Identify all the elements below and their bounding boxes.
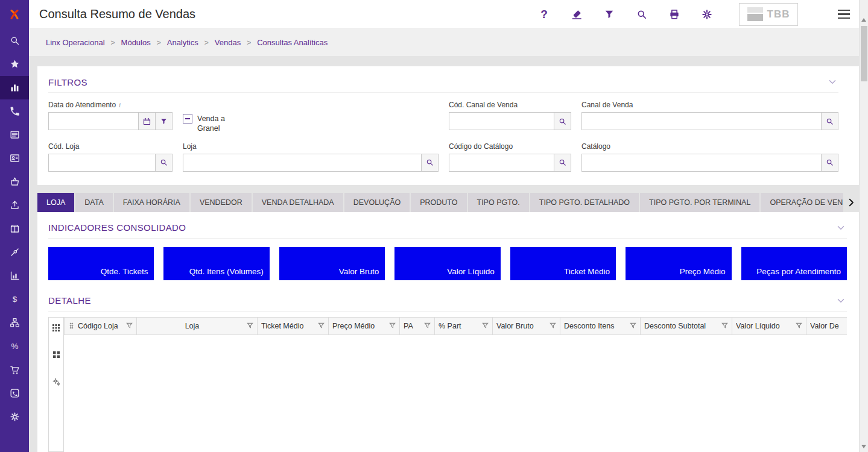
col-loja[interactable]: Loja <box>137 317 258 334</box>
vertical-scrollbar[interactable] <box>859 0 868 452</box>
kpi-pecas-atendimento[interactable]: Peças por Atendimento <box>741 247 847 280</box>
loja-input[interactable] <box>183 154 422 172</box>
kpi-qtd-itens[interactable]: Qtd. Itens (Volumes) <box>163 247 269 280</box>
sidebar-item-finance[interactable]: $ <box>0 287 29 311</box>
cod-canal-input[interactable] <box>449 112 554 130</box>
cod-canal-search-button[interactable] <box>554 112 571 130</box>
calendar-button[interactable] <box>139 112 156 130</box>
eraser-icon[interactable] <box>570 8 583 21</box>
filter-grid: Data do Atendimento i <box>48 101 838 172</box>
tab-tipo-pgto-detalhado[interactable]: TIPO PGTO. DETALHADO <box>530 193 639 212</box>
filter-funnel-icon[interactable] <box>482 322 489 329</box>
catalogo-input[interactable] <box>581 154 822 172</box>
sidebar-item-percent[interactable]: % <box>0 334 29 358</box>
filter-icon[interactable] <box>603 8 616 21</box>
scroll-up-icon[interactable] <box>861 18 866 22</box>
sidebar-item-phone[interactable] <box>0 99 29 123</box>
sidebar-item-reports[interactable] <box>0 123 29 146</box>
kpi-valor-bruto[interactable]: Valor Bruto <box>279 247 385 280</box>
filter-funnel-icon[interactable] <box>389 322 396 329</box>
filter-funnel-icon[interactable] <box>318 322 325 329</box>
loja-search-button[interactable] <box>422 154 439 172</box>
collapse-indicators-chevron-icon[interactable] <box>835 222 847 234</box>
collapse-filters-chevron-icon[interactable] <box>826 76 838 88</box>
sidebar-item-tools[interactable] <box>0 240 29 264</box>
tab-tipo-pgto-terminal[interactable]: TIPO PGTO. POR TERMINAL <box>640 193 759 212</box>
breadcrumb-item[interactable]: Módulos <box>121 38 151 47</box>
sidebar-item-basket[interactable] <box>0 170 29 193</box>
sidebar-item-charts[interactable] <box>0 264 29 287</box>
breadcrumb-item[interactable]: Linx Operacional <box>46 38 105 47</box>
col-codigo-loja[interactable]: Código Loja <box>65 317 137 334</box>
filter-funnel-icon[interactable] <box>796 322 802 329</box>
breadcrumb-item[interactable]: Vendas <box>215 38 241 47</box>
filter-funnel-icon[interactable] <box>424 322 431 329</box>
grid-view-icon[interactable] <box>51 322 62 333</box>
col-desconto-subtotal[interactable]: Desconto Subtotal <box>641 317 732 334</box>
kpi-preco-medio[interactable]: Preço Médio <box>626 247 731 280</box>
tab-operacao-venda[interactable]: OPERAÇÃO DE VENDA <box>761 193 843 212</box>
sidebar-item-settings[interactable] <box>0 405 29 428</box>
cod-loja-search-button[interactable] <box>156 154 173 172</box>
cod-catalogo-input[interactable] <box>449 154 554 172</box>
col-valor-liquido[interactable]: Valor Líquido <box>732 317 806 334</box>
scrollbar-thumb[interactable] <box>861 26 867 81</box>
collapse-detail-chevron-icon[interactable] <box>835 295 847 307</box>
info-icon[interactable]: i <box>119 101 121 108</box>
tabs-scroll-right-icon[interactable] <box>843 193 859 212</box>
col-desconto-itens[interactable]: Desconto Itens <box>560 317 641 334</box>
breadcrumb-item[interactable]: Analytics <box>167 38 198 47</box>
sidebar-item-contacts[interactable] <box>0 146 29 170</box>
drag-handle-icon[interactable] <box>68 322 75 329</box>
filter-funnel-icon[interactable] <box>247 322 253 329</box>
tab-data[interactable]: DATA <box>75 193 112 212</box>
col-part[interactable]: % Part <box>435 317 493 334</box>
data-atendimento-input[interactable] <box>48 112 139 130</box>
col-preco-medio[interactable]: Preço Médio <box>329 317 400 334</box>
sidebar-item-favorites[interactable] <box>0 52 29 76</box>
col-ticket-medio[interactable]: Ticket Médio <box>258 317 329 334</box>
date-filter-button[interactable] <box>156 112 173 130</box>
tab-devolucao[interactable]: DEVOLUÇÃO <box>344 193 410 212</box>
breadcrumb-item[interactable]: Consultas Analíticas <box>257 38 328 47</box>
tab-tipo-pgto[interactable]: TIPO PGTO. <box>468 193 529 212</box>
canal-input[interactable] <box>581 112 822 130</box>
search-icon[interactable] <box>635 8 648 21</box>
filter-funnel-icon[interactable] <box>550 322 556 329</box>
sidebar-item-upload[interactable] <box>0 193 29 217</box>
sidebar-item-phone-app[interactable] <box>0 381 29 405</box>
filter-funnel-icon[interactable] <box>721 322 728 329</box>
brand-mark-icon <box>747 7 763 21</box>
menu-icon[interactable] <box>838 10 850 19</box>
tab-vendedor[interactable]: VENDEDOR <box>191 193 252 212</box>
kpi-qtde-tickets[interactable]: Qtde. Tickets <box>48 247 154 280</box>
card-view-icon[interactable] <box>51 350 62 360</box>
catalogo-search-button[interactable] <box>822 154 838 172</box>
table-settings-gears-icon[interactable] <box>51 377 62 388</box>
tab-venda-detalhada[interactable]: VENDA DETALHADA <box>253 193 343 212</box>
sidebar-item-network[interactable] <box>0 311 29 334</box>
help-icon[interactable]: ? <box>537 8 551 21</box>
filter-funnel-icon[interactable] <box>126 322 133 329</box>
canal-search-button[interactable] <box>822 112 838 130</box>
kpi-valor-liquido[interactable]: Valor Líquido <box>394 247 500 280</box>
filter-funnel-icon[interactable] <box>630 322 636 329</box>
sidebar-item-search[interactable] <box>0 29 29 52</box>
kpi-ticket-medio[interactable]: Ticket Médio <box>510 247 616 280</box>
sidebar-item-analytics[interactable] <box>0 76 29 99</box>
print-icon[interactable] <box>668 8 681 21</box>
sidebar-item-package[interactable] <box>0 217 29 240</box>
cod-loja-input[interactable] <box>48 154 156 172</box>
col-pa[interactable]: PA <box>400 317 435 334</box>
scroll-down-icon[interactable] <box>861 445 866 448</box>
col-valor-desconto[interactable]: Valor De <box>806 317 847 334</box>
gear-icon[interactable] <box>700 8 714 21</box>
linx-logo-icon[interactable] <box>0 0 29 29</box>
cod-catalogo-search-button[interactable] <box>554 154 571 172</box>
sidebar-item-cart[interactable] <box>0 358 29 381</box>
venda-granel-checkbox[interactable] <box>183 114 192 124</box>
col-valor-bruto[interactable]: Valor Bruto <box>493 317 560 334</box>
tab-faixa-horaria[interactable]: FAIXA HORÁRIA <box>114 193 189 212</box>
tab-loja[interactable]: LOJA <box>37 193 74 212</box>
tab-produto[interactable]: PRODUTO <box>411 193 466 212</box>
